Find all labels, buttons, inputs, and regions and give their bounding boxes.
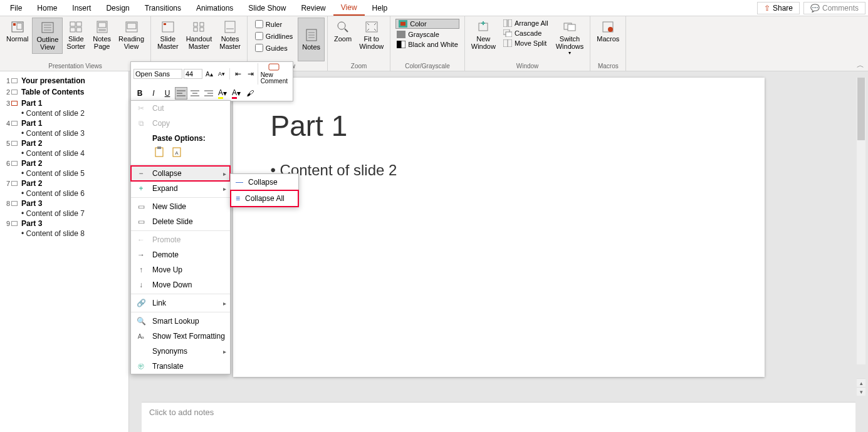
align-center-button[interactable] (189, 87, 201, 100)
slide-bullet[interactable]: • Content of slide 2 (271, 162, 727, 179)
outline-title[interactable]: Part 2 (21, 139, 42, 148)
increase-font-button[interactable]: A▴ (204, 68, 215, 80)
outline-subitem[interactable]: Content of slide 8 (3, 229, 126, 238)
slide-master-button[interactable]: Slide Master (154, 18, 182, 53)
italic-button[interactable]: I (147, 87, 160, 100)
tab-home[interactable]: Home (29, 1, 65, 15)
outline-subitem[interactable]: Content of slide 4 (3, 149, 126, 158)
reading-view-button[interactable]: Reading View (115, 18, 148, 53)
arrange-all-button[interactable]: Arrange All (502, 19, 550, 28)
share-button[interactable]: ⇪Share (757, 2, 800, 14)
outline-panel[interactable]: 1Your presentation2Table of Contents3Par… (0, 71, 129, 432)
outline-subitem[interactable]: Content of slide 2 (3, 109, 126, 118)
ctx-synonyms[interactable]: Synonyms▸ (131, 344, 230, 359)
bw-button[interactable]: Black and White (395, 40, 459, 49)
handout-master-button[interactable]: Handout Master (182, 18, 216, 53)
ctx-smart-lookup[interactable]: 🔍Smart Lookup (131, 314, 230, 329)
outline-title[interactable]: Part 3 (21, 219, 42, 228)
tab-insert[interactable]: Insert (65, 1, 98, 15)
outline-title[interactable]: Part 2 (21, 159, 42, 168)
tab-animations[interactable]: Animations (189, 1, 241, 15)
new-comment-button[interactable]: New Comment (258, 63, 290, 85)
outline-title[interactable]: Part 3 (21, 199, 42, 208)
scrollbar-thumb[interactable] (857, 78, 865, 140)
outline-title[interactable]: Part 1 (21, 119, 42, 128)
outline-subitem[interactable]: Content of slide 5 (3, 169, 126, 178)
font-color-button[interactable]: A▾ (230, 87, 243, 100)
ctx-demote[interactable]: →Demote (131, 247, 230, 262)
ruler-checkbox[interactable]: Ruler (255, 20, 293, 28)
slide-title[interactable]: Part 1 (271, 109, 727, 143)
ctx-delete-slide[interactable]: ▭Delete Slide (131, 214, 230, 229)
increase-indent-button[interactable]: ⇥ (245, 68, 256, 80)
switch-windows-button[interactable]: Switch Windows▾ (552, 18, 588, 58)
fit-to-window-button[interactable]: Fit to Window (355, 18, 387, 53)
outline-subitem[interactable]: Content of slide 3 (3, 129, 126, 138)
decrease-font-button[interactable]: A▾ (216, 68, 227, 80)
ctx-move-up[interactable]: ↑Move Up (131, 262, 230, 277)
guides-checkbox[interactable]: Guides (255, 44, 293, 52)
decrease-indent-button[interactable]: ⇤ (233, 68, 244, 80)
sub-collapse-all[interactable]: ≡Collapse All (231, 190, 298, 207)
outline-item[interactable]: 7Part 2 (3, 178, 126, 189)
notes-button[interactable]: Notes (298, 18, 325, 61)
notes-input[interactable]: Click to add notes (142, 402, 855, 432)
outline-item[interactable]: 5Part 2 (3, 138, 126, 149)
tab-review[interactable]: Review (293, 1, 333, 15)
outline-item[interactable]: 4Part 1 (3, 118, 126, 129)
prev-slide-button[interactable]: ▴ (857, 378, 865, 387)
sub-collapse[interactable]: —Collapse (231, 174, 298, 190)
outline-item[interactable]: 1Your presentation (3, 75, 126, 86)
tab-transitions[interactable]: Transitions (137, 1, 189, 15)
tab-slideshow[interactable]: Slide Show (241, 1, 293, 15)
tab-view[interactable]: View (333, 1, 365, 16)
slide-sorter-button[interactable]: Slide Sorter (63, 18, 89, 53)
outline-item[interactable]: 2Table of Contents (3, 86, 126, 98)
outline-item[interactable]: 3Part 1 (3, 98, 126, 109)
color-button[interactable]: Color (395, 19, 459, 29)
outline-item[interactable]: 8Part 3 (3, 198, 126, 209)
grayscale-button[interactable]: Grayscale (395, 30, 459, 39)
vertical-scrollbar[interactable] (857, 78, 865, 364)
align-left-button[interactable] (175, 87, 187, 100)
outline-item[interactable]: 6Part 2 (3, 158, 126, 169)
zoom-button[interactable]: Zoom (330, 18, 355, 45)
ctx-expand[interactable]: +Expand▸ (131, 181, 230, 196)
collapse-ribbon-button[interactable]: ︿ (857, 60, 864, 71)
format-painter-button[interactable]: 🖌 (244, 87, 256, 100)
outline-title[interactable]: Part 1 (21, 99, 42, 108)
new-window-button[interactable]: New Window (468, 18, 499, 53)
comments-button[interactable]: 💬Comments (803, 2, 865, 14)
notes-master-button[interactable]: Notes Master (216, 18, 244, 53)
tab-design[interactable]: Design (98, 1, 137, 15)
outline-title[interactable]: Your presentation (21, 76, 85, 85)
underline-button[interactable]: U (161, 87, 174, 100)
outline-subitem[interactable]: Content of slide 7 (3, 209, 126, 218)
move-split-button[interactable]: Move Split (502, 39, 550, 48)
outline-title[interactable]: Part 2 (21, 179, 42, 188)
outline-view-button[interactable]: Outline View (32, 18, 63, 54)
bold-button[interactable]: B (133, 87, 146, 100)
notes-page-button[interactable]: Notes Page (89, 18, 115, 53)
outline-subitem[interactable]: Content of slide 6 (3, 189, 126, 198)
outline-title[interactable]: Table of Contents (21, 88, 84, 96)
next-slide-button[interactable]: ▾ (857, 387, 865, 396)
cascade-button[interactable]: Cascade (502, 29, 550, 38)
ctx-show-formatting[interactable]: AₐShow Text Formatting (131, 329, 230, 344)
tab-file[interactable]: File (3, 1, 29, 15)
align-right-button[interactable] (202, 87, 215, 100)
tab-help[interactable]: Help (365, 1, 395, 15)
outline-item[interactable]: 9Part 3 (3, 218, 126, 229)
paste-option-1[interactable] (152, 145, 166, 159)
macros-button[interactable]: Macros (593, 18, 623, 45)
font-size-input[interactable] (184, 69, 202, 79)
ctx-move-down[interactable]: ↓Move Down (131, 277, 230, 292)
ctx-new-slide[interactable]: ▭New Slide (131, 199, 230, 214)
highlight-button[interactable]: A▾ (216, 87, 229, 100)
ctx-translate[interactable]: ㊥Translate (131, 359, 230, 374)
paste-option-2[interactable]: A (170, 145, 184, 159)
slide[interactable]: Part 1 • Content of slide 2 (233, 78, 765, 377)
normal-view-button[interactable]: Normal (3, 18, 32, 45)
ctx-collapse[interactable]: −Collapse▸ (131, 166, 230, 181)
ctx-link[interactable]: 🔗Link▸ (131, 296, 230, 311)
